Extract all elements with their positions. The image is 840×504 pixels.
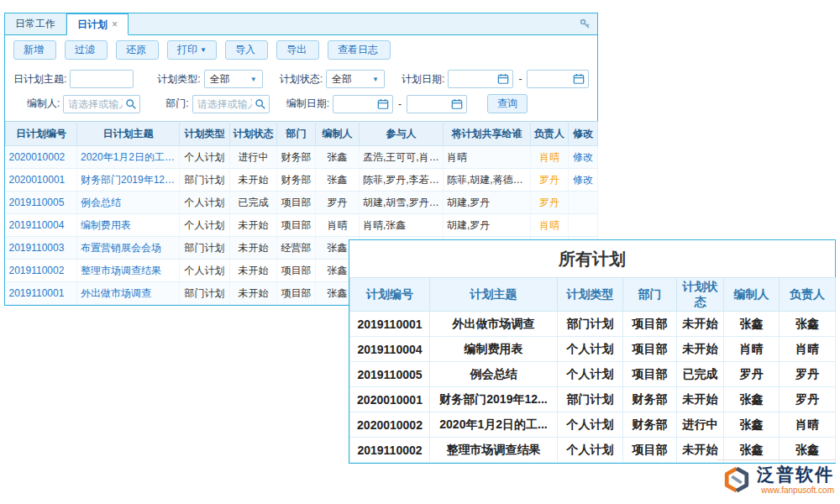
creator-label: 编制人: [27, 97, 60, 111]
fanpu-logo[interactable]: 泛普软件 www.fanpusoft.com [717, 459, 836, 495]
table-row[interactable]: 2020010001 财务部门2019年12月的... 部门计划 未开始 财务部… [6, 169, 598, 192]
cell-status: 未开始 [230, 169, 277, 192]
tab-daily-work[interactable]: 日常工作 [5, 13, 66, 34]
page-title: 所有计划 [349, 240, 835, 277]
cell-subject: 2020年1月2日的工... [430, 412, 558, 438]
cell-plan-id[interactable]: 2019110004 [6, 214, 77, 237]
close-icon[interactable]: × [112, 19, 118, 29]
cell-participants: 肖晴,张鑫 [360, 214, 444, 237]
cell-type: 部门计划 [558, 312, 623, 337]
cell-dept: 财务部 [277, 146, 316, 169]
tab-daily-plan[interactable]: 日计划 × [66, 13, 129, 35]
column-header[interactable]: 参与人 [360, 122, 444, 146]
tab-bar: 日常工作 日计划 × [5, 13, 597, 35]
column-header[interactable]: 计划类型 [558, 278, 623, 312]
cell-owner: 肖晴 [531, 214, 569, 237]
cell-creator: 罗丹 [724, 362, 780, 387]
table-row[interactable]: 2019110005 例会总结 个人计划 已完成 项目部 罗丹 胡建,胡雪,罗丹… [6, 192, 598, 214]
toolbar-button-label: 打印 [177, 43, 197, 57]
column-header[interactable]: 计划状态 [677, 278, 724, 312]
table-row[interactable]: 2019110005 例会总结 个人计划 项目部 已完成 罗丹 罗丹 [350, 362, 836, 387]
cell-plan-id[interactable]: 2019110002 [6, 260, 77, 282]
calendar-icon [377, 98, 389, 110]
cell-type: 个人计划 [558, 438, 623, 463]
plan-date-from-input[interactable] [448, 70, 513, 88]
cell-subject: 编制费用表 [430, 337, 558, 362]
table-row[interactable]: 2019110004 编制费用表 个人计划 项目部 未开始 肖晴 肖晴 [350, 337, 836, 362]
cell-dept: 项目部 [623, 337, 677, 362]
cell-share: 陈菲,胡建,蒋德帆,... [444, 169, 531, 192]
column-header[interactable]: 将计划共享给谁 [444, 122, 531, 146]
cell-type: 个人计划 [180, 146, 230, 169]
subject-input[interactable] [70, 70, 134, 88]
cell-subject[interactable]: 2020年1月2日的工作日... [77, 146, 180, 169]
cell-owner: 罗丹 [780, 387, 836, 412]
column-header[interactable]: 日计划主题 [77, 122, 180, 146]
cell-dept: 项目部 [623, 362, 677, 387]
cell-dept: 经营部 [277, 237, 316, 260]
cell-type: 个人计划 [558, 362, 623, 387]
edit-link[interactable]: 修改 [569, 169, 598, 192]
make-date-from-input[interactable] [333, 95, 393, 113]
column-header[interactable]: 负责人 [531, 122, 569, 146]
cell-status: 未开始 [230, 282, 277, 305]
cell-plan-id[interactable]: 2020010002 [6, 146, 77, 169]
cell-type: 部门计划 [180, 169, 230, 192]
column-header[interactable]: 编制人 [316, 122, 360, 146]
cell-subject[interactable]: 布置营销展会会场 [77, 237, 180, 260]
edit-link[interactable]: 修改 [569, 146, 598, 169]
cell-dept: 项目部 [277, 282, 316, 305]
column-header[interactable]: 计划类型 [180, 122, 230, 146]
column-header[interactable]: 编制人 [724, 278, 780, 312]
edit-link[interactable] [569, 192, 598, 214]
column-header[interactable]: 计划编号 [350, 278, 430, 312]
column-header[interactable]: 日计划编号 [6, 122, 77, 146]
column-header[interactable]: 部门 [623, 278, 677, 312]
toolbar-button[interactable]: 导出 [276, 40, 319, 60]
status-select[interactable]: 全部 ▼ [326, 70, 385, 88]
cell-plan-id[interactable]: 2019110001 [6, 282, 77, 305]
type-select[interactable]: 全部 ▼ [204, 70, 263, 88]
cell-owner: 罗丹 [780, 362, 836, 387]
make-date-label: 编制日期: [286, 97, 329, 111]
cell-owner: 肖晴 [780, 337, 836, 362]
table-row[interactable]: 2020010002 2020年1月2日的工... 个人计划 财务部 进行中 张… [350, 412, 836, 438]
cell-status: 未开始 [230, 214, 277, 237]
cell-plan-id[interactable]: 2020010001 [6, 169, 77, 192]
cell-plan-id: 2019110001 [350, 312, 430, 337]
table-row[interactable]: 2020010001 财务部门2019年12... 部门计划 财务部 未开始 张… [350, 387, 836, 412]
table-body: 2019110001 外出做市场调查 部门计划 项目部 未开始 张鑫 张鑫 20… [350, 312, 836, 463]
column-header[interactable]: 负责人 [780, 278, 836, 312]
search-button[interactable]: 查询 [487, 94, 528, 113]
column-header[interactable]: 部门 [277, 122, 316, 146]
table-row[interactable]: 2020010002 2020年1月2日的工作日... 个人计划 进行中 财务部… [6, 146, 598, 169]
search-icon[interactable] [255, 98, 266, 110]
toolbar-button[interactable]: 还原 [116, 40, 159, 60]
toolbar-button[interactable]: 新增 [13, 40, 56, 60]
toolbar-button[interactable]: 打印 ▼ [167, 40, 217, 60]
search-icon[interactable] [125, 98, 137, 110]
edit-link[interactable] [569, 214, 598, 237]
cell-subject[interactable]: 例会总结 [77, 192, 180, 214]
toolbar-button[interactable]: 导入 [225, 40, 268, 60]
toolbar-button-label: 导入 [235, 43, 255, 57]
cell-dept: 项目部 [277, 260, 316, 282]
column-header[interactable]: 计划状态 [230, 122, 277, 146]
plan-date-to-input[interactable] [527, 70, 589, 88]
cell-plan-id[interactable]: 2019110005 [6, 192, 77, 214]
table-row[interactable]: 2019110001 外出做市场调查 部门计划 项目部 未开始 张鑫 张鑫 [350, 312, 836, 337]
cell-creator: 肖晴 [316, 214, 360, 237]
make-date-to-input[interactable] [407, 95, 467, 113]
cell-subject[interactable]: 整理市场调查结果 [77, 260, 180, 282]
column-header[interactable]: 计划主题 [430, 278, 558, 312]
column-header[interactable]: 修改 [569, 122, 598, 146]
status-label: 计划状态: [280, 72, 323, 87]
cell-plan-id[interactable]: 2019110003 [6, 237, 77, 260]
toolbar-button[interactable]: 过滤 [65, 40, 108, 60]
cell-subject[interactable]: 外出做市场调查 [77, 282, 180, 305]
key-icon[interactable] [580, 18, 591, 29]
cell-subject[interactable]: 财务部门2019年12月的... [77, 169, 180, 192]
toolbar-button[interactable]: 查看日志 [328, 40, 391, 60]
cell-subject[interactable]: 编制费用表 [77, 214, 180, 237]
table-row[interactable]: 2019110004 编制费用表 个人计划 未开始 项目部 肖晴 肖晴,张鑫 胡… [6, 214, 598, 237]
